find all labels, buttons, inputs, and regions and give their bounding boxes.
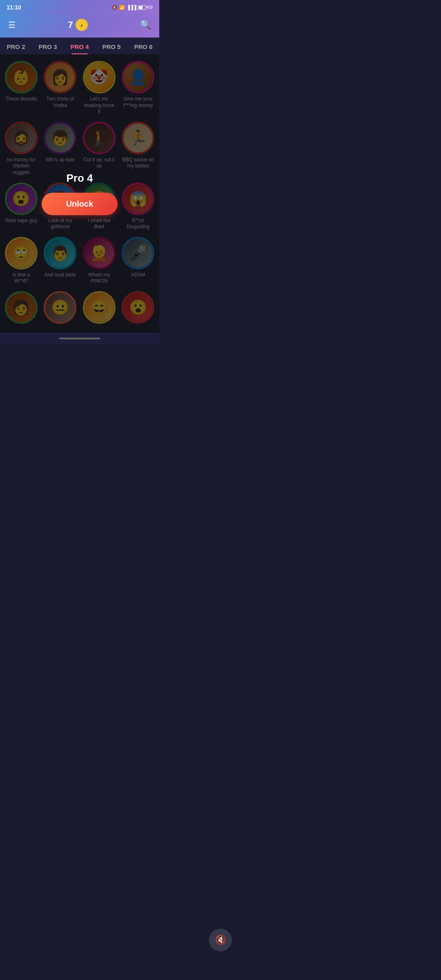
signal-icon: ▐▐▐ [127, 5, 136, 10]
logo-number: 7 [68, 20, 73, 30]
home-bar [0, 333, 159, 344]
mute-icon: 🔇 [112, 5, 118, 10]
overlay-title: Pro 4 [66, 172, 93, 185]
top-bar: ☰ 7 ♪ 🔍 [0, 15, 159, 38]
search-button[interactable]: 🔍 [140, 20, 151, 30]
tab-pro4[interactable]: PRO 4 [64, 38, 96, 54]
tab-pro5[interactable]: PRO 5 [96, 38, 127, 54]
tiktok-badge: ♪ [76, 19, 88, 31]
tiktok-icon: ♪ [80, 22, 83, 28]
home-line [59, 338, 100, 339]
battery-percent: 59 [148, 5, 153, 10]
menu-button[interactable]: ☰ [8, 20, 16, 30]
unlock-overlay: Pro 4 Unlock [0, 54, 159, 333]
tab-bar: PRO 2 PRO 3 PRO 4 PRO 5 PRO 6 [0, 38, 159, 54]
status-icons: 🔇 📶 ▐▐▐ 59 [112, 5, 153, 10]
unlock-button[interactable]: Unlock [42, 193, 118, 215]
tab-pro3[interactable]: PRO 3 [32, 38, 64, 54]
status-bar: 11:10 🔇 📶 ▐▐▐ 59 [0, 0, 159, 15]
status-time: 11:10 [7, 4, 21, 11]
main-content: 👶 These biscuits 👩 Two shots of Vodka 🤡 [0, 54, 159, 333]
logo-area: 7 ♪ [68, 19, 87, 31]
battery-icon [138, 5, 146, 10]
wifi-icon: 📶 [119, 5, 125, 10]
tab-pro6[interactable]: PRO 6 [127, 38, 159, 54]
tab-pro2[interactable]: PRO 2 [0, 38, 32, 54]
